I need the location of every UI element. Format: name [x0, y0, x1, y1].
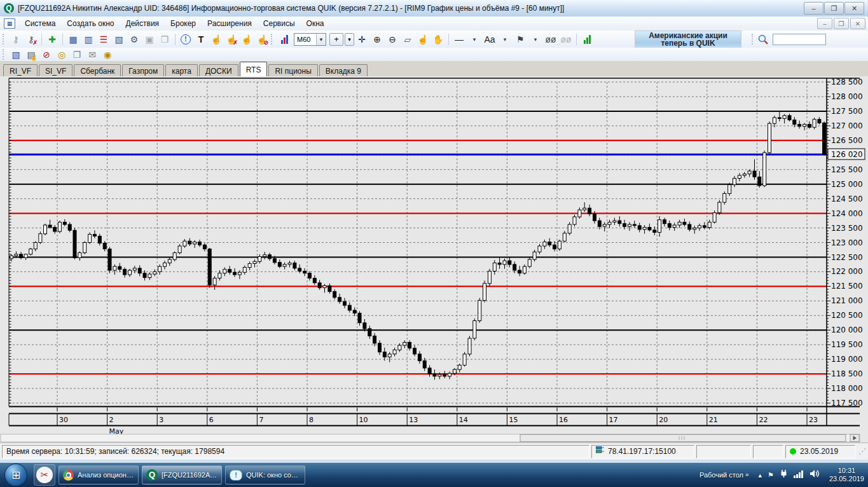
messages-icon[interactable]: ✉: [85, 48, 100, 62]
svg-text:17: 17: [609, 416, 618, 424]
menu-item-6[interactable]: Сервисы: [258, 18, 301, 29]
tab-Сбербанк[interactable]: Сбербанк: [74, 64, 121, 76]
close-window-icon[interactable]: ▣: [142, 32, 157, 46]
volume-icon[interactable]: [809, 469, 820, 481]
hands-double-icon[interactable]: ☝: [239, 32, 254, 46]
tab-Вкладка 9[interactable]: Вкладка 9: [319, 64, 368, 76]
line-tool-icon[interactable]: —: [451, 32, 467, 46]
zoom-in-icon[interactable]: ⊕: [369, 32, 385, 46]
marker-tool-icon[interactable]: ⚑: [513, 32, 528, 46]
portfolio-icon[interactable]: ◉: [100, 48, 115, 62]
chevron-icon[interactable]: »: [745, 471, 749, 478]
show-hidden-icons-button[interactable]: ▴: [759, 471, 762, 479]
promo-banner[interactable]: Американские акциитеперь в QUIK: [635, 31, 741, 48]
menu-item-3[interactable]: Действия: [120, 18, 165, 29]
key-connect-icon[interactable]: ⚷: [8, 32, 24, 46]
add-plot-button[interactable]: +: [329, 33, 343, 46]
mdi-minimize-button[interactable]: –: [817, 18, 832, 29]
export-window-icon[interactable]: ▧: [8, 48, 24, 62]
resize-grip[interactable]: ⋰: [858, 447, 866, 456]
tab-ДОСКИ[interactable]: ДОСКИ: [199, 64, 238, 76]
search-input[interactable]: [773, 34, 826, 45]
menu-item-7[interactable]: Окна: [301, 18, 330, 29]
move-chart-icon[interactable]: ✛: [354, 32, 369, 46]
hand-block-icon[interactable]: ☝⊘: [254, 32, 270, 46]
system-tray: ▴ ⚑: [759, 469, 820, 481]
menu-item-4[interactable]: Брокер: [165, 18, 202, 29]
key-disconnect-icon[interactable]: ⚷✗: [24, 32, 39, 46]
copy-table-icon[interactable]: ❐: [69, 48, 85, 62]
tab-карта[interactable]: карта: [165, 64, 198, 76]
menu-item-5[interactable]: Расширения: [202, 18, 258, 29]
ruler-icon[interactable]: ▱: [400, 32, 415, 46]
add-plot-dropdown[interactable]: ▾: [345, 33, 354, 46]
price-chart[interactable]: 128 500128 000127 500127 000126 500125 5…: [0, 76, 868, 442]
svg-text:13: 13: [409, 416, 418, 424]
minimize-button[interactable]: –: [804, 2, 823, 15]
snipping-tool-button[interactable]: ✂: [34, 464, 55, 486]
window-settings-icon[interactable]: ⚙: [127, 32, 142, 46]
connection-status-dot: [790, 448, 796, 455]
tab-Газпром[interactable]: Газпром: [122, 64, 164, 76]
copy-window-icon[interactable]: ❐: [157, 32, 172, 46]
edit-window-icon[interactable]: ▧: [111, 32, 127, 46]
zoom-out-icon[interactable]: ⊖: [385, 32, 400, 46]
pan-hand-icon[interactable]: ✋: [431, 32, 446, 46]
mdi-restore-button[interactable]: ❐: [834, 18, 849, 29]
text-tool-icon[interactable]: Aa: [482, 32, 497, 46]
chart-style-icon[interactable]: [277, 32, 292, 46]
hand-point-icon[interactable]: ☝: [209, 32, 224, 46]
start-button[interactable]: ⊞: [4, 463, 27, 486]
desktop-toolbar[interactable]: Рабочий стол »: [699, 471, 749, 479]
candle-chart-window-icon[interactable]: ▥: [81, 32, 96, 46]
connection-status: 78.41.197.17:15100: [591, 445, 694, 458]
tab-RTS[interactable]: RTS: [240, 62, 268, 76]
search-icon[interactable]: [757, 34, 769, 45]
price-chart-window-icon[interactable]: ▦: [65, 32, 81, 46]
clock-time: 10:31: [829, 467, 864, 475]
desktop-toolbar-label: Рабочий стол: [699, 471, 743, 479]
hide-drawings-icon[interactable]: øø: [543, 32, 558, 46]
text-label-icon[interactable]: T: [193, 32, 209, 46]
task-chrome[interactable]: Анализ опционо...: [59, 465, 139, 484]
alert-message-icon[interactable]: !: [178, 32, 193, 46]
line-tool-dropdown[interactable]: ▾: [467, 32, 482, 46]
tab-RI пционы[interactable]: RI пционы: [268, 64, 317, 76]
mdi-close-button[interactable]: ✕: [850, 18, 865, 29]
tab-RI_VF[interactable]: RI_VF: [3, 64, 38, 76]
restore-button[interactable]: ❐: [824, 2, 844, 15]
chart-horizontal-scrollbar[interactable]: [0, 434, 860, 442]
show-drawings-icon[interactable]: øø: [558, 32, 574, 46]
text-tool-dropdown[interactable]: ▾: [497, 32, 513, 46]
stop-order-table-icon[interactable]: ⊘: [39, 48, 54, 62]
hand-cancel-icon[interactable]: ☝✗: [224, 32, 239, 46]
svg-text:127 500: 127 500: [831, 107, 863, 116]
tab-SI_VF[interactable]: SI_VF: [39, 64, 72, 76]
svg-text:3: 3: [159, 416, 163, 424]
svg-text:7: 7: [259, 416, 263, 424]
network-icon: [596, 446, 605, 456]
server-time-status: Время сервера: 10:31:59; записей: 626324…: [2, 445, 589, 458]
pointer-hand-icon[interactable]: ☝: [415, 32, 431, 46]
close-button[interactable]: ✕: [844, 2, 864, 15]
task-quik[interactable]: Q[FZQU211692A Н...: [142, 465, 222, 484]
order-table-icon[interactable]: ▤☝: [24, 48, 39, 62]
toolbar-separator: [448, 34, 449, 45]
menu-item-1[interactable]: Система: [19, 18, 61, 29]
toolbar-separator: [62, 34, 63, 45]
task-quik-message[interactable]: !QUIK: окно сооб...: [225, 465, 305, 484]
add-window-icon[interactable]: ✚: [45, 32, 60, 46]
money-table-icon[interactable]: ◎: [54, 48, 69, 62]
taskbar-clock[interactable]: 10:31 23.05.2019: [829, 467, 864, 483]
action-center-flag-icon[interactable]: ⚑: [768, 471, 774, 479]
svg-text:125 500: 125 500: [831, 165, 863, 174]
marker-tool-dropdown[interactable]: ▾: [528, 32, 543, 46]
volume-panel-icon[interactable]: [579, 32, 595, 46]
quotes-table-icon[interactable]: ☰: [96, 32, 111, 46]
power-plug-icon[interactable]: [780, 469, 788, 481]
interval-select[interactable]: M60▾: [294, 33, 326, 46]
svg-text:14: 14: [459, 416, 468, 424]
network-signal-icon[interactable]: [794, 469, 804, 481]
menu-item-2[interactable]: Создать окно: [61, 18, 120, 29]
status-date: 23.05.2019: [800, 447, 838, 456]
